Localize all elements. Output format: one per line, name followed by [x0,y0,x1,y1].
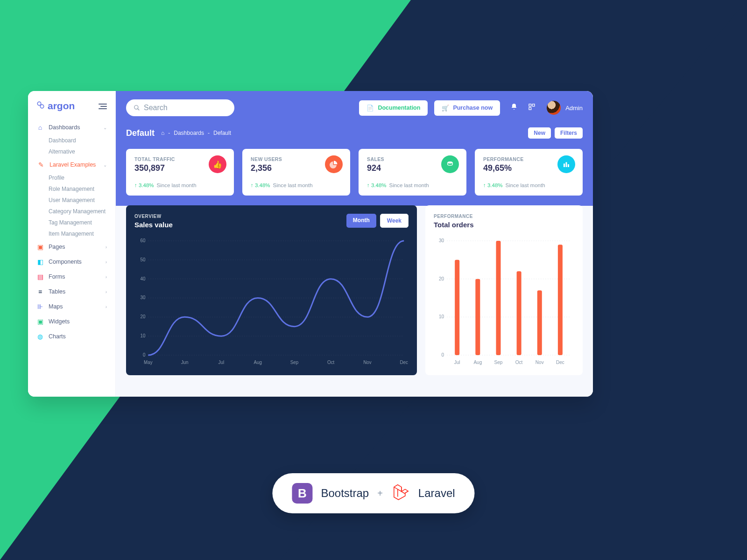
svg-text:Dec: Dec [400,360,408,365]
sidebar-item-pages[interactable]: ▣Pages› [28,239,115,254]
plus-icon: + [377,488,383,499]
bell-icon[interactable] [510,103,518,112]
card-delta: ↑ 3.48%Since last month [367,182,458,188]
sidebar-sub-user[interactable]: User Management [28,195,115,206]
cart-icon: 🛒 [442,105,449,112]
card-performance: PERFORMANCE 49,65% ↑ 3.48%Since last mon… [475,149,583,196]
svg-rect-5 [532,104,535,106]
card-delta: ↑ 3.48%Since last month [134,182,226,188]
bars-icon [557,155,575,173]
svg-text:Nov: Nov [363,360,371,365]
arrow-up-icon: ↑ 3.48% [134,182,154,188]
svg-text:40: 40 [141,276,146,281]
sidebar-sub-category[interactable]: Category Management [28,206,115,217]
sidebar-item-label: Laravel Examples [49,161,96,168]
sidebar-item-charts[interactable]: ◍Charts [28,329,115,344]
search-input[interactable]: Search [126,99,234,116]
sidebar-item-maps[interactable]: ⊪Maps› [28,299,115,314]
bootstrap-label: Bootstrap [321,487,369,500]
documentation-button[interactable]: 📄 Documentation [359,100,428,116]
orders-chart-panel: PERFORMANCE Total orders 0102030JulAugSe… [425,205,583,375]
sidebar-item-label: Pages [49,244,65,250]
card-users: NEW USERS 2,356 ↑ 3.48%Since last month [242,149,350,196]
sidebar-item-label: Tables [49,288,65,295]
topbar: Search 📄 Documentation 🛒 Purchase now Ad… [116,91,593,125]
breadcrumb-link[interactable]: Dashboards [174,130,204,136]
sidebar-sub-alternative[interactable]: Alternative [28,146,115,157]
components-icon: ◧ [36,258,44,266]
user-menu[interactable]: Admin [547,101,583,115]
brand-logo[interactable]: argon [36,100,75,112]
svg-text:Nov: Nov [536,360,544,365]
sidebar-item-forms[interactable]: ▤Forms› [28,269,115,284]
folder-icon: ▣ [36,243,44,251]
svg-text:Oct: Oct [515,360,523,365]
widgets-icon: ▣ [36,318,44,325]
svg-text:Jun: Jun [181,360,189,365]
chevron-down-icon: ⌄ [103,162,107,168]
tab-week[interactable]: Week [380,214,409,228]
chevron-right-icon: › [106,274,107,280]
sidebar-item-label: Forms [49,273,65,280]
sidebar-item-label: Maps [49,303,63,310]
svg-point-7 [448,161,453,164]
breadcrumb-current: Default [213,130,231,136]
chevron-right-icon: › [106,245,107,250]
bootstrap-logo: B [292,483,312,504]
sidebar-item-label: Dashboards [49,124,80,131]
svg-text:Jul: Jul [454,360,460,365]
svg-text:Sep: Sep [494,360,503,365]
laravel-label: Laravel [418,487,455,500]
panel-overline: OVERVIEW [134,214,173,219]
forms-icon: ▤ [36,273,44,280]
panel-title: Sales value [134,221,173,229]
laravel-icon: ✎ [37,161,45,168]
chevron-right-icon: › [106,259,107,265]
button-label: Purchase now [453,105,493,111]
svg-text:20: 20 [439,276,444,281]
sidebar-item-tables[interactable]: ≡Tables› [28,284,115,299]
tab-month[interactable]: Month [346,214,376,228]
svg-rect-47 [517,271,521,355]
sidebar-sub-tag[interactable]: Tag Management [28,217,115,228]
sidebar-sub-dashboard[interactable]: Dashboard [28,135,115,146]
svg-text:Aug: Aug [254,360,261,365]
grid-icon[interactable] [528,103,536,112]
sidebar-item-dashboards[interactable]: ⌂ Dashboards ⌄ [28,120,115,135]
menu-toggle-icon[interactable] [99,103,107,109]
sidebar-item-label: Charts [49,333,66,340]
svg-rect-4 [529,104,531,106]
search-placeholder: Search [144,104,168,112]
sidebar-item-label: Widgets [49,318,70,325]
svg-rect-8 [564,164,565,168]
charts-icon: ◍ [36,333,44,340]
svg-text:May: May [144,360,153,365]
button-label: Documentation [378,105,420,111]
sidebar-item-laravel-examples[interactable]: ✎ Laravel Examples ⌄ [28,157,115,172]
svg-text:Jul: Jul [218,360,224,365]
sidebar-item-widgets[interactable]: ▣Widgets [28,314,115,329]
svg-point-1 [40,105,44,108]
sidebar-sub-profile[interactable]: Profile [28,172,115,183]
sidebar-item-components[interactable]: ◧Components› [28,254,115,269]
app-window: argon ⌂ Dashboards ⌄ Dashboard Alternati… [28,91,593,397]
sidebar-sub-role[interactable]: Role Management [28,183,115,195]
tables-icon: ≡ [36,288,44,295]
filters-button[interactable]: Filters [555,127,583,139]
svg-rect-41 [455,260,459,355]
svg-rect-10 [568,164,569,167]
svg-point-0 [37,102,41,105]
arrow-up-icon: ↑ 3.48% [483,182,503,188]
svg-text:Sep: Sep [290,360,299,365]
breadcrumb: ⌂ - Dashboards - Default [161,130,231,136]
svg-text:Aug: Aug [473,360,482,365]
svg-text:30: 30 [439,238,444,243]
svg-text:20: 20 [141,314,146,319]
brand-icon [36,101,45,112]
home-icon[interactable]: ⌂ [161,130,164,136]
tv-icon: ⌂ [36,124,44,131]
new-button[interactable]: New [528,127,551,139]
svg-rect-43 [475,279,480,355]
sidebar-sub-item[interactable]: Item Management [28,228,115,239]
purchase-button[interactable]: 🛒 Purchase now [434,100,500,116]
